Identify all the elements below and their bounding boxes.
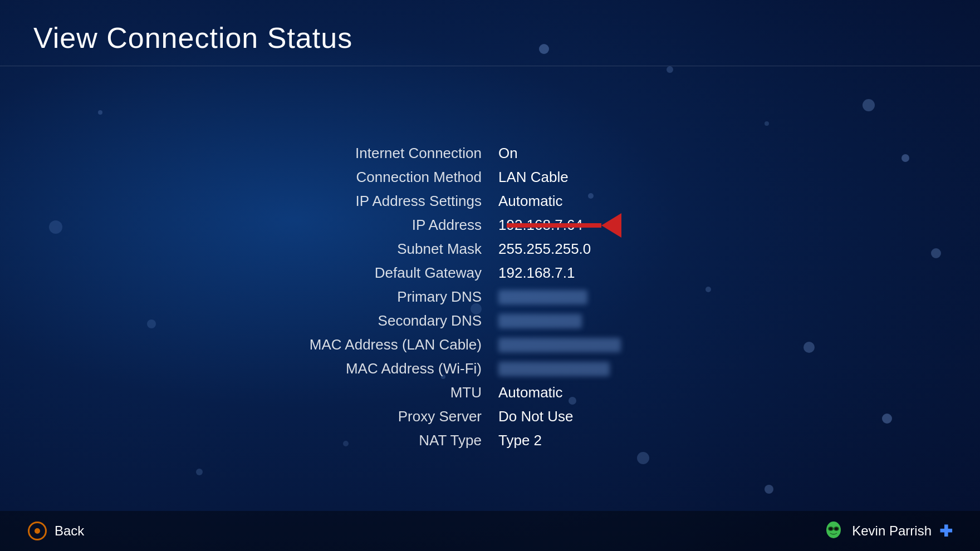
info-value [498, 314, 707, 328]
blurred-value [498, 338, 621, 352]
plus-icon: ✚ [939, 522, 952, 540]
info-table: Internet ConnectionOnConnection MethodLA… [0, 66, 980, 551]
info-row: NAT TypeType 2 [273, 432, 707, 449]
info-row: Connection MethodLAN Cable [273, 169, 707, 186]
username: Kevin Parrish [852, 523, 932, 539]
info-value: Do Not Use [498, 408, 707, 425]
info-value: Type 2 [498, 432, 707, 449]
svg-point-3 [829, 528, 832, 530]
back-label: Back [55, 523, 84, 539]
info-label: Primary DNS [273, 288, 498, 306]
page-title: View Connection Status [0, 0, 980, 66]
red-arrow [507, 213, 621, 238]
info-row: IP Address192.168.7.64 [273, 217, 707, 234]
arrow-head [601, 213, 621, 238]
info-value: 255.255.255.0 [498, 240, 707, 258]
info-value: LAN Cable [498, 169, 707, 186]
info-label: MAC Address (Wi-Fi) [273, 360, 498, 377]
info-value [498, 338, 707, 352]
info-row: MAC Address (LAN Cable) [273, 336, 707, 353]
info-label: Default Gateway [273, 264, 498, 282]
info-label: NAT Type [273, 432, 498, 449]
info-row: Primary DNS [273, 288, 707, 306]
blurred-value [498, 290, 587, 304]
red-arrow-indicator [507, 213, 621, 238]
info-label: MAC Address (LAN Cable) [273, 336, 498, 353]
info-row: Subnet Mask255.255.255.0 [273, 240, 707, 258]
info-value: 192.168.7.1 [498, 264, 707, 282]
svg-point-4 [835, 528, 838, 530]
back-button[interactable]: Back [28, 522, 84, 540]
info-value: Automatic [498, 384, 707, 401]
info-label: MTU [273, 384, 498, 401]
info-value: Automatic [498, 193, 707, 210]
circle-inner [35, 528, 40, 534]
info-row: Proxy ServerDo Not Use [273, 408, 707, 425]
info-row: MTUAutomatic [273, 384, 707, 401]
info-value [498, 362, 707, 376]
user-info: Kevin Parrish ✚ [823, 520, 952, 542]
info-row: Internet ConnectionOn [273, 145, 707, 162]
bottom-bar: Back Kevin Parrish ✚ [0, 511, 980, 551]
circle-o-icon [28, 522, 47, 540]
info-row: MAC Address (Wi-Fi) [273, 360, 707, 377]
info-label: Proxy Server [273, 408, 498, 425]
info-value: On [498, 145, 707, 162]
info-row: Default Gateway192.168.7.1 [273, 264, 707, 282]
arrow-line [507, 223, 601, 228]
info-row: Secondary DNS [273, 312, 707, 329]
blurred-value [498, 362, 610, 376]
page-content: View Connection Status Internet Connecti… [0, 0, 980, 551]
info-label: Subnet Mask [273, 240, 498, 258]
info-value [498, 290, 707, 304]
info-label: Internet Connection [273, 145, 498, 162]
blurred-value [498, 314, 582, 328]
info-row: IP Address SettingsAutomatic [273, 193, 707, 210]
info-label: Connection Method [273, 169, 498, 186]
info-label: Secondary DNS [273, 312, 498, 329]
info-label: IP Address [273, 217, 498, 234]
info-label: IP Address Settings [273, 193, 498, 210]
alien-icon [823, 520, 844, 542]
